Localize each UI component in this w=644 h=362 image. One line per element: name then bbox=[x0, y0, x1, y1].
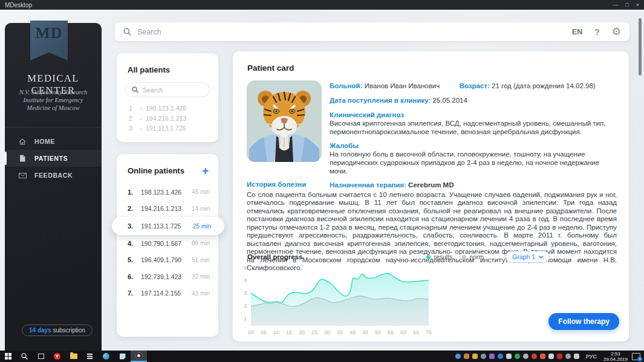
diagnosis-label: Клинический диагноз bbox=[330, 111, 404, 118]
all-patients-row[interactable]: 3-191.113.1.725 bbox=[129, 123, 218, 134]
online-patient-row[interactable]: 2.194.216.1.21314 min bbox=[117, 201, 218, 218]
global-search-input[interactable] bbox=[137, 28, 572, 36]
patient-card-panel: Patient card bbox=[233, 51, 629, 341]
svg-text:55: 55 bbox=[388, 329, 394, 335]
tray-photos-icon[interactable] bbox=[464, 354, 469, 359]
tray-pen-icon[interactable] bbox=[489, 354, 495, 359]
online-patient-row[interactable]: 6.192.739.1.42332 min bbox=[117, 268, 218, 285]
graph-select-value: Graph 1 bbox=[512, 253, 535, 260]
gear-icon[interactable]: ⚙ bbox=[612, 27, 621, 37]
patient-number: 1 bbox=[129, 105, 136, 112]
search-icon bbox=[132, 86, 138, 93]
patient-ip: 192.739.1.423 bbox=[141, 273, 192, 280]
calculator-icon[interactable] bbox=[82, 351, 98, 362]
graph-select-dropdown[interactable]: Graph 1 bbox=[506, 251, 550, 263]
tray-red-circle-icon[interactable] bbox=[532, 354, 537, 359]
window-titlebar: MDesktop — □ × bbox=[0, 0, 644, 10]
help-icon[interactable]: ? bbox=[594, 27, 600, 37]
notes-icon[interactable] bbox=[114, 351, 131, 362]
tray-wifi-icon[interactable] bbox=[506, 354, 512, 359]
admission-value: 25.05.2014 bbox=[432, 97, 467, 104]
patient-ip: 194.216.1.213 bbox=[141, 205, 192, 212]
tray-shield-icon[interactable] bbox=[472, 354, 478, 359]
legend-label: norm bbox=[469, 253, 484, 260]
patient-ip: 190.790.1.567 bbox=[141, 240, 192, 247]
legend-item-results: results bbox=[426, 253, 452, 260]
online-patient-row[interactable]: 5.196.409.1.79051 min bbox=[117, 252, 218, 269]
svg-text:25: 25 bbox=[311, 329, 317, 335]
minimize-button[interactable]: — bbox=[613, 2, 618, 8]
taskbar-language[interactable]: РУС bbox=[584, 354, 599, 360]
global-search-bar: EN ? ⚙ bbox=[115, 22, 629, 41]
sidebar: MD MEDICAL CENTER N.V. Sklifosovsky Rese… bbox=[5, 23, 102, 351]
taskbar-clock[interactable]: 2:53 29.04.2019 bbox=[603, 351, 628, 362]
patients-search-input[interactable] bbox=[143, 86, 197, 94]
language-switch[interactable]: EN bbox=[572, 28, 582, 36]
patient-photo bbox=[247, 80, 322, 162]
tray-blue-app-icon[interactable] bbox=[455, 354, 461, 359]
session-time: 45 min bbox=[192, 189, 210, 195]
patient-ip: 196.409.1.790 bbox=[141, 256, 192, 263]
mdesktop-app-icon[interactable] bbox=[131, 351, 147, 362]
tray-connector-icon[interactable] bbox=[565, 354, 571, 359]
svg-text:40: 40 bbox=[350, 329, 356, 335]
tray-volume-muted-icon[interactable] bbox=[548, 354, 554, 359]
yandex-browser-icon[interactable]: Y bbox=[49, 351, 65, 362]
subscription-badge[interactable]: 14 days subscription bbox=[22, 325, 93, 336]
tiger-avatar bbox=[247, 80, 322, 162]
sidebar-nav: HOMEPATIENTSFEEDBACK bbox=[5, 133, 102, 184]
patient-number: 4. bbox=[128, 240, 141, 247]
svg-text:60: 60 bbox=[400, 329, 406, 335]
file-explorer-icon[interactable] bbox=[65, 351, 82, 362]
online-patients-panel: Online patients + 1.198.123.1.42645 min2… bbox=[117, 154, 218, 337]
online-patient-row[interactable]: 1.198.123.1.42645 min bbox=[117, 184, 218, 201]
sidebar-item-home[interactable]: HOME bbox=[5, 133, 102, 150]
browser-globe-icon[interactable] bbox=[98, 351, 114, 362]
sidebar-item-feedback[interactable]: FEEDBACK bbox=[5, 167, 102, 184]
task-view-icon[interactable] bbox=[33, 351, 49, 362]
svg-text:30: 30 bbox=[324, 329, 330, 335]
tray-green-circle-icon[interactable] bbox=[515, 354, 520, 359]
patient-info: Больной: Иванов Иван Иванович Возраст: 2… bbox=[330, 82, 616, 195]
online-patient-row[interactable]: 4.190.790.1.56708 min bbox=[117, 235, 218, 252]
progress-chart: 54321000510152025303540455055606575 bbox=[239, 264, 444, 337]
close-button[interactable]: × bbox=[636, 2, 639, 8]
notification-center-icon[interactable]: 3 bbox=[632, 353, 640, 360]
scrollbar-thumb[interactable] bbox=[639, 18, 642, 76]
complaints-label: Жалобы bbox=[330, 142, 359, 149]
svg-text:3: 3 bbox=[244, 290, 247, 296]
session-time: 32 min bbox=[192, 273, 210, 280]
add-patient-button[interactable]: + bbox=[202, 165, 209, 176]
patient-card-title: Patient card bbox=[247, 63, 294, 73]
taskbar-search-icon[interactable] bbox=[16, 351, 33, 362]
sidebar-item-patients[interactable]: PATIENTS bbox=[5, 150, 102, 167]
svg-text:35: 35 bbox=[337, 329, 343, 335]
session-time: 43 min bbox=[192, 290, 210, 297]
scrollbar-track[interactable] bbox=[639, 18, 642, 344]
svg-text:65: 65 bbox=[413, 329, 419, 335]
maximize-button[interactable]: □ bbox=[625, 2, 628, 8]
md-logo: MD bbox=[30, 21, 68, 60]
follow-therapy-button[interactable]: Follow therapy bbox=[548, 313, 619, 330]
patient-number: 2 bbox=[129, 115, 136, 122]
tray-drop-icon[interactable] bbox=[498, 354, 503, 359]
tray-flame-icon[interactable] bbox=[540, 354, 545, 359]
tray-dark-swoosh-icon[interactable] bbox=[481, 354, 486, 359]
svg-text:5: 5 bbox=[244, 265, 247, 271]
online-patient-row[interactable]: 3.191.113.1.72525 min bbox=[112, 217, 224, 235]
patient-ip: 194.216.1.213 bbox=[146, 115, 186, 122]
feedback-icon bbox=[18, 172, 27, 179]
session-time: 08 min bbox=[192, 240, 210, 247]
tray-red-x-icon[interactable] bbox=[557, 354, 562, 359]
age-value: 21 год (дата рождения 14.02.98) bbox=[492, 82, 596, 89]
sidebar-divider bbox=[5, 127, 102, 128]
svg-text:1: 1 bbox=[244, 315, 247, 322]
all-patients-row[interactable]: 1-198.123.1.426 bbox=[129, 103, 218, 114]
online-patient-row[interactable]: 7.197.114.2.15543 min bbox=[117, 285, 218, 302]
tray-keyboard-icon[interactable] bbox=[574, 354, 579, 359]
session-time: 51 min bbox=[192, 257, 210, 263]
patient-name-value: Иванов Иван Иванович bbox=[364, 82, 440, 89]
tray-cloud-icon[interactable] bbox=[523, 354, 529, 359]
start-button[interactable] bbox=[0, 351, 16, 362]
all-patients-row[interactable]: 2-194.216.1.213 bbox=[129, 114, 218, 124]
